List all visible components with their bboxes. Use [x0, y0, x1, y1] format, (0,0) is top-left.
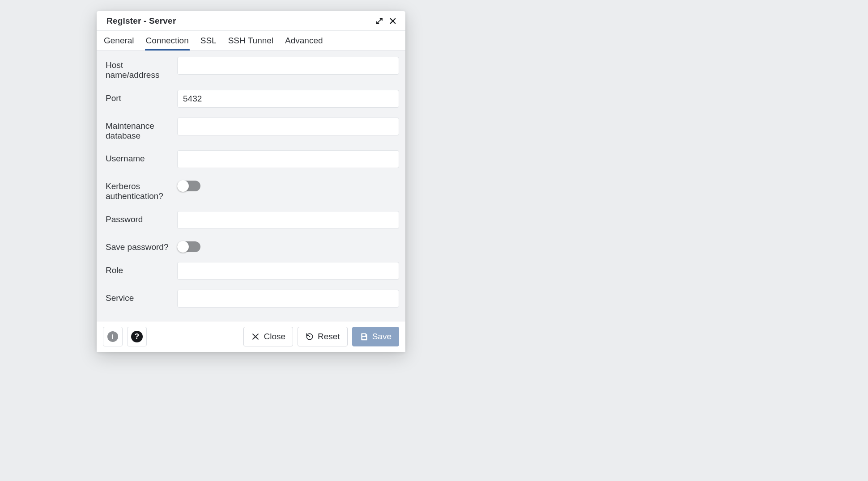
- reset-button[interactable]: Reset: [298, 327, 348, 346]
- row-username: Username: [106, 150, 399, 168]
- tab-connection[interactable]: Connection: [146, 31, 189, 50]
- kerberos-toggle[interactable]: [177, 181, 200, 191]
- tab-ssh-tunnel[interactable]: SSH Tunnel: [228, 31, 273, 50]
- label-host: Host name/address: [106, 57, 177, 80]
- dialog-footer: i ? Close Reset: [97, 321, 405, 352]
- save-icon: [360, 332, 369, 341]
- service-input[interactable]: [177, 290, 399, 308]
- port-input[interactable]: [177, 90, 399, 108]
- tab-label: SSH Tunnel: [228, 36, 273, 46]
- save-password-toggle[interactable]: [177, 241, 200, 252]
- tab-advanced[interactable]: Advanced: [285, 31, 323, 50]
- tab-label: SSL: [200, 36, 217, 46]
- row-role: Role: [106, 262, 399, 280]
- label-service: Service: [106, 290, 177, 303]
- label-username: Username: [106, 150, 177, 164]
- row-service: Service: [106, 290, 399, 308]
- label-role: Role: [106, 262, 177, 275]
- tabbar: General Connection SSL SSH Tunnel Advanc…: [97, 31, 405, 51]
- tab-label: Connection: [146, 36, 189, 46]
- close-icon[interactable]: [387, 15, 399, 27]
- tab-ssl[interactable]: SSL: [200, 31, 217, 50]
- row-maint-db: Maintenance database: [106, 118, 399, 141]
- label-port: Port: [106, 90, 177, 103]
- label-kerberos: Kerberos authentication?: [106, 178, 177, 201]
- connection-form: Host name/address Port Maintenance datab…: [97, 51, 405, 321]
- tab-label: Advanced: [285, 36, 323, 46]
- info-button[interactable]: i: [103, 327, 123, 346]
- tab-label: General: [104, 36, 134, 46]
- help-icon: ?: [131, 331, 143, 342]
- label-save-password: Save password?: [106, 239, 177, 252]
- label-password: Password: [106, 211, 177, 224]
- row-host: Host name/address: [106, 57, 399, 80]
- host-input[interactable]: [177, 57, 399, 75]
- row-save-password: Save password?: [106, 239, 399, 252]
- svg-point-0: [309, 336, 311, 338]
- reset-button-label: Reset: [318, 332, 340, 342]
- close-button-label: Close: [264, 332, 285, 342]
- maint-db-input[interactable]: [177, 118, 399, 135]
- row-port: Port: [106, 90, 399, 108]
- dialog-title: Register - Server: [106, 16, 372, 26]
- username-input[interactable]: [177, 150, 399, 168]
- close-button[interactable]: Close: [243, 327, 293, 346]
- info-icon: i: [107, 331, 118, 342]
- reset-icon: [305, 332, 314, 341]
- save-button-label: Save: [372, 332, 391, 342]
- help-button[interactable]: ?: [127, 327, 147, 346]
- dialog-header: Register - Server: [97, 11, 405, 31]
- save-button[interactable]: Save: [352, 327, 399, 346]
- password-input[interactable]: [177, 211, 399, 229]
- x-icon: [251, 332, 260, 341]
- expand-icon[interactable]: [373, 15, 386, 27]
- row-kerberos: Kerberos authentication?: [106, 178, 399, 201]
- register-server-dialog: Register - Server General Connection SSL…: [97, 11, 405, 352]
- label-maint-db: Maintenance database: [106, 118, 177, 141]
- tab-general[interactable]: General: [104, 31, 134, 50]
- role-input[interactable]: [177, 262, 399, 280]
- row-password: Password: [106, 211, 399, 229]
